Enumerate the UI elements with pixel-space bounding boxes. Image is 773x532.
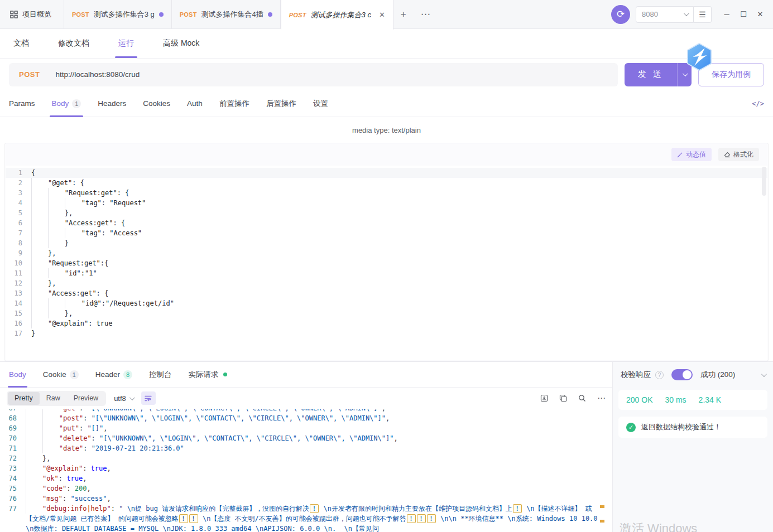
code-line[interactable]: 4 "tag": "Request" (6, 198, 767, 208)
validation-panel: 校验响应 ? 成功 (200) 200 OK 30 ms 2.34 K ✓ 返回… (612, 362, 773, 532)
code-line[interactable]: 74 "ok": true, (0, 473, 606, 483)
tab-post-actions[interactable]: 后置操作 (266, 90, 296, 117)
code-line[interactable]: 11 "id":"1" (6, 268, 767, 278)
code-line[interactable]: 3 "Request:get": { (6, 188, 767, 198)
tab-request-3-active[interactable]: POST 测试多操作集合3 c ✕ (281, 0, 393, 30)
code-line[interactable]: 77 "debug:info|help": " \n提 bug 请发请求和响应的… (0, 504, 606, 532)
port-select[interactable]: 8080 (636, 6, 694, 23)
tab-request-2[interactable]: POST 测试多操作集合4插 (172, 0, 281, 28)
tab-response-header[interactable]: Header 8 (95, 362, 132, 387)
mode-preview[interactable]: Preview (67, 392, 105, 405)
mode-raw[interactable]: Raw (40, 392, 67, 405)
line-content: { (31, 168, 35, 178)
code-line[interactable]: 5 }, (6, 208, 767, 218)
sync-button[interactable]: ⟳ (611, 5, 630, 24)
code-line[interactable]: 17} (6, 328, 767, 338)
tab-response-cookie[interactable]: Cookie 1 (43, 362, 79, 387)
code-line[interactable]: 9 }, (6, 248, 767, 258)
validation-toggle[interactable] (671, 369, 693, 380)
line-content: "delete": "[\"UNKNOWN\", \"LOGIN\", \"CO… (26, 433, 398, 443)
send-label[interactable]: 发 送 (625, 63, 677, 86)
line-content: "tag": "Access" (31, 228, 142, 238)
code-line[interactable]: 16 "@explain": true (6, 318, 767, 328)
more-icon[interactable]: ⋯ (597, 393, 606, 403)
tab-console[interactable]: 控制台 (149, 362, 172, 387)
code-line[interactable]: 72 }, (0, 453, 606, 463)
method-label: POST (289, 12, 306, 18)
response-code-editor[interactable]: 67 "get": "[\"UNKNOWN\", \"LOGIN\", \"CO… (0, 409, 606, 532)
tab-pre-actions[interactable]: 前置操作 (219, 90, 249, 117)
dynamic-value-button[interactable]: 动态值 (671, 148, 712, 161)
tab-list-more-button[interactable]: ⋯ (414, 0, 438, 28)
tab-request-1[interactable]: POST 测试多操作集合3 g (64, 0, 172, 28)
code-line[interactable]: 10 "Request:get":{ (6, 258, 767, 268)
code-line[interactable]: 2 "@get": { (6, 178, 767, 188)
code-line[interactable]: 13 "Access:get": { (6, 288, 767, 298)
line-content: "post": "[\"UNKNOWN\", \"LOGIN\", \"CONT… (26, 413, 390, 423)
close-window-button[interactable]: ✕ (753, 7, 767, 22)
line-number: 15 (6, 308, 31, 318)
line-number: 8 (6, 238, 31, 248)
request-tabs: Params Body 1 Headers Cookies Auth 前置操作 … (0, 90, 773, 117)
code-line[interactable]: 8 } (6, 238, 767, 248)
tab-auth[interactable]: Auth (187, 90, 203, 117)
line-number: 10 (6, 258, 31, 268)
minimize-button[interactable]: ─ (719, 7, 734, 22)
editor-scrollbar[interactable] (762, 167, 766, 196)
bird-logo-icon (685, 42, 713, 71)
line-content: }, (31, 278, 56, 288)
tab-response-body[interactable]: Body (9, 362, 26, 387)
code-line[interactable]: 12 }, (6, 278, 767, 288)
line-content: "id":"1" (31, 268, 97, 278)
code-line[interactable]: 71 "date": "2019-07-21 20:21:36.0" (0, 443, 606, 453)
maximize-button[interactable]: ☐ (736, 7, 751, 22)
encoding-select[interactable]: utf8 (114, 394, 133, 403)
url-input[interactable]: POST http://localhost:8080/crud (9, 63, 618, 86)
code-line[interactable]: 1{ (6, 168, 767, 178)
download-icon[interactable] (540, 394, 548, 402)
scrollbar-warning-mark (600, 505, 604, 508)
copy-icon[interactable] (559, 394, 567, 402)
scrollbar-warning-mark (600, 520, 604, 523)
code-line[interactable]: 75 "code": 200, (0, 483, 606, 494)
new-tab-button[interactable]: + (393, 0, 414, 28)
menu-button[interactable]: ☰ (694, 6, 712, 23)
tab-headers[interactable]: Headers (98, 90, 126, 117)
code-line[interactable]: 6 "Access:get": { (6, 218, 767, 228)
port-group: 8080 ☰ (636, 6, 712, 23)
chevron-down-icon[interactable] (761, 371, 767, 377)
app-window: 项目概览 POST 测试多操作集合3 g POST 测试多操作集合4插 POST… (0, 0, 773, 532)
generate-code-icon[interactable]: </> (752, 100, 764, 108)
code-line[interactable]: 69 "put": "[]", (0, 423, 606, 433)
line-content: "code": 200, (26, 483, 91, 494)
code-line[interactable]: 76 "msg": "success", (0, 494, 606, 504)
code-line[interactable]: 73 "@explain": true, (0, 463, 606, 473)
tab-cookies[interactable]: Cookies (143, 90, 170, 117)
tab-params[interactable]: Params (9, 90, 35, 117)
tab-body[interactable]: Body 1 (52, 90, 81, 117)
nav-item-advanced-mock[interactable]: 高级 Mock (163, 29, 199, 58)
tab-actual-request[interactable]: 实际请求 (189, 362, 227, 387)
code-line[interactable]: 68 "post": "[\"UNKNOWN\", \"LOGIN\", \"C… (0, 413, 606, 423)
search-icon[interactable] (578, 394, 586, 402)
mode-pretty[interactable]: Pretty (8, 392, 40, 405)
tab-settings[interactable]: 设置 (313, 90, 328, 117)
status-code: 200 OK (626, 395, 652, 404)
tab-project-overview[interactable]: 项目概览 (0, 0, 64, 28)
help-icon[interactable]: ? (655, 371, 664, 379)
nav-item-run[interactable]: 运行 (118, 29, 134, 58)
send-button[interactable]: 发 送 (625, 63, 692, 86)
nav-item-edit-docs[interactable]: 修改文档 (58, 29, 89, 58)
code-line[interactable]: 15 }, (6, 308, 767, 318)
method-label: POST (19, 70, 40, 79)
word-wrap-button[interactable] (141, 391, 156, 405)
code-line[interactable]: 7 "tag": "Access" (6, 228, 767, 238)
request-code-editor[interactable]: 1{2 "@get": {3 "Request:get": {4 "tag": … (6, 166, 767, 360)
close-icon[interactable]: ✕ (379, 11, 385, 19)
nav-item-docs[interactable]: 文档 (13, 29, 29, 58)
code-line[interactable]: 67 "get": "[\"UNKNOWN\", \"LOGIN\", \"CO… (0, 409, 606, 413)
code-line[interactable]: 14 "id@":"/Request:get/id" (6, 298, 767, 308)
response-scrollbar[interactable] (599, 409, 606, 532)
code-line[interactable]: 70 "delete": "[\"UNKNOWN\", \"LOGIN\", \… (0, 433, 606, 443)
format-button[interactable]: 格式化 (718, 148, 759, 161)
